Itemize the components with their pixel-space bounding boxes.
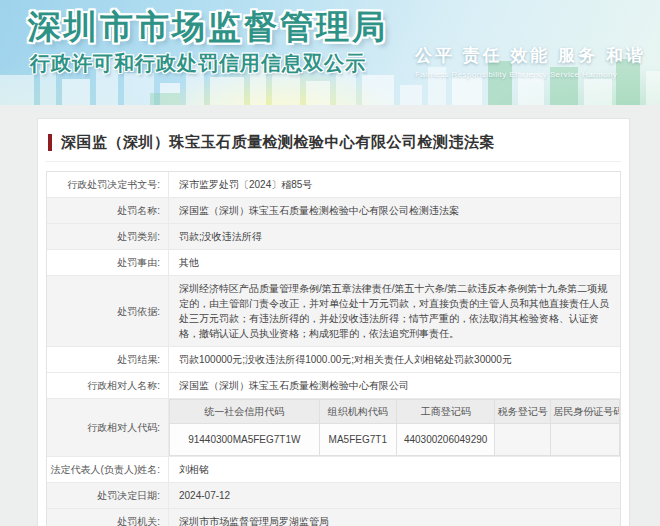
table-row: 处罚事由:其他 [47,250,620,276]
codes-value: 91440300MA5FEG7T1W [170,424,320,456]
row-label: 行政相对人代码: [47,399,169,456]
codes-header: 税务登记号 [495,400,551,424]
table-row: 处罚结果:罚款100000元;没收违法所得1000.00元;对相关责任人刘相铭处… [47,347,620,373]
row-label: 行政处罚决定书文号: [47,172,169,197]
penalty-table: 行政处罚决定书文号:深市监罗处罚〔2024〕稽85号处罚名称:深国监（深圳）珠宝… [46,171,621,526]
slogan-chinese: 公平 责任 效能 服务 和谐 [415,44,646,67]
codes-value: 440300206049290 [396,424,495,456]
row-value: 其他 [169,250,620,275]
row-label: 处罚结果: [47,347,169,372]
codes-header: 居民身份证号码 [551,400,620,424]
case-title-row: 深国监（深圳）珠宝玉石质量检测检验中心有限公司检测违法案 [46,125,621,162]
row-value: 深国监（深圳）珠宝玉石质量检测检验中心有限公司 [169,373,620,398]
agency-title: 深圳市市场监督管理局 [28,5,388,50]
table-row: 处罚类别:罚款;没收违法所得 [47,224,620,250]
red-accent-bar [48,134,52,151]
site-banner: 深圳市市场监督管理局 行政许可和行政处罚信用信息双公示 公平 责任 效能 服务 … [0,0,660,105]
row-value: 刘相铭 [169,457,620,482]
row-label: 处罚事由: [47,250,169,275]
codes-value [551,424,620,456]
page-title: 深国监（深圳）珠宝玉石质量检测检验中心有限公司检测违法案 [61,133,495,152]
codes-value: MA5FEG7T1 [319,424,396,456]
row-value: 罚款;没收违法所得 [169,224,620,249]
content-card: 深国监（深圳）珠宝玉石质量检测检验中心有限公司检测违法案 行政处罚决定书文号:深… [37,118,630,526]
row-label: 处罚决定日期: [47,483,169,508]
row-value: 深市监罗处罚〔2024〕稽85号 [169,172,620,197]
row-value: 深圳市市场监督管理局罗湖监管局 [169,509,620,526]
row-value: 罚款100000元;没收违法所得1000.00元;对相关责任人刘相铭处罚款300… [169,347,620,372]
table-row: 处罚名称:深国监（深圳）珠宝玉石质量检测检验中心有限公司检测违法案 [47,198,620,224]
codes-header: 工商登记码 [396,400,495,424]
row-label: 处罚依据: [47,276,169,346]
row-label: 处罚机关: [47,509,169,526]
row-value: 2024-07-12 [169,483,620,508]
codes-value [495,424,551,456]
banner-subtitle: 行政许可和行政处罚信用信息双公示 [30,50,366,77]
table-row: 法定代表人(负责人)姓名:刘相铭 [47,457,620,483]
row-value: 深国监（深圳）珠宝玉石质量检测检验中心有限公司检测违法案 [169,198,620,223]
table-row: 行政相对人代码:统一社会信用代码组织机构代码工商登记码税务登记号居民身份证号码9… [47,399,620,457]
table-row: 处罚依据:深圳经济特区产品质量管理条例/第五章法律责任/第五十六条/第二款违反本… [47,276,620,347]
row-label: 处罚类别: [47,224,169,249]
codes-header: 统一社会信用代码 [170,400,320,424]
row-label: 处罚名称: [47,198,169,223]
table-row: 处罚机关:深圳市市场监督管理局罗湖监管局 [47,509,620,526]
row-label: 法定代表人(负责人)姓名: [47,457,169,482]
slogan-english: Fairness Responsibility Efficiency Servi… [415,70,646,79]
codes-header: 组织机构代码 [319,400,396,424]
table-row: 行政处罚决定书文号:深市监罗处罚〔2024〕稽85号 [47,172,620,198]
row-value: 深圳经济特区产品质量管理条例/第五章法律责任/第五十六条/第二款违反本条例第十九… [169,276,620,346]
codes-cell: 统一社会信用代码组织机构代码工商登记码税务登记号居民身份证号码91440300M… [169,399,620,456]
table-row: 行政相对人名称:深国监（深圳）珠宝玉石质量检测检验中心有限公司 [47,373,620,399]
table-row: 处罚决定日期:2024-07-12 [47,483,620,509]
banner-slogan: 公平 责任 效能 服务 和谐 Fairness Responsibility E… [415,44,646,79]
codes-table: 统一社会信用代码组织机构代码工商登记码税务登记号居民身份证号码91440300M… [169,399,620,456]
row-label: 行政相对人名称: [47,373,169,398]
